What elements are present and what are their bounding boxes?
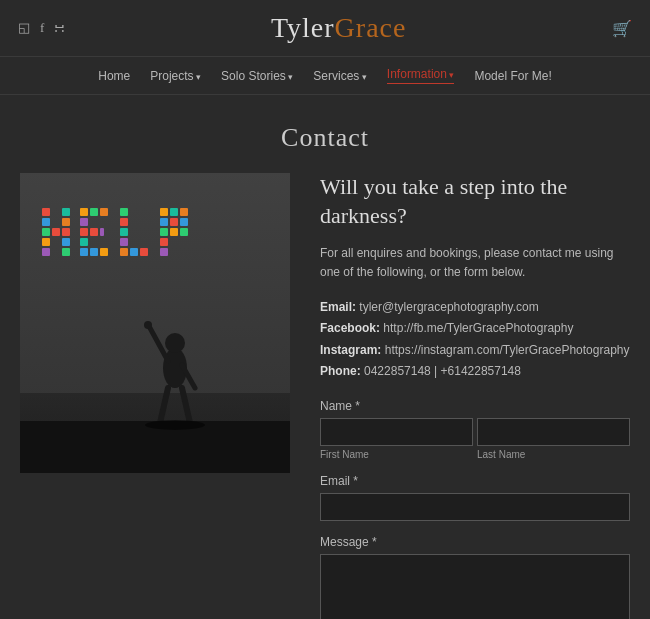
svg-rect-27 (120, 228, 128, 236)
svg-rect-30 (130, 248, 138, 256)
contact-image-section (20, 173, 290, 473)
instagram-value: https://instagram.com/TylerGracePhotogra… (385, 343, 630, 357)
svg-rect-18 (80, 248, 88, 256)
svg-rect-50 (20, 421, 290, 473)
svg-rect-8 (52, 228, 60, 236)
form-section: Will you take a step into the darkness? … (320, 173, 630, 619)
nav-item-home[interactable]: Home (98, 69, 130, 83)
name-form-group: Name * First Name Last Name (320, 399, 630, 460)
email-label: Email: (320, 300, 356, 314)
facebook-icon[interactable]: f (40, 20, 44, 36)
svg-rect-4 (42, 218, 50, 226)
first-name-sub: First Name (320, 449, 473, 460)
first-name-input[interactable] (320, 418, 473, 446)
main-nav: Home Projects Solo Stories Services Info… (0, 57, 650, 95)
message-label: Message * (320, 535, 630, 549)
svg-rect-6 (42, 238, 50, 246)
social-icons: ◱ f ∺ (18, 20, 65, 36)
svg-rect-41 (170, 228, 178, 236)
svg-rect-24 (100, 248, 108, 256)
svg-rect-25 (120, 208, 128, 216)
svg-rect-29 (120, 248, 128, 256)
contact-info: Email: tyler@tylergracephotography.com F… (320, 297, 630, 383)
form-headline: Will you take a step into the darkness? (320, 173, 630, 230)
message-input[interactable] (320, 554, 630, 619)
share-icon[interactable]: ∺ (54, 20, 65, 36)
contact-phone: Phone: 0422857148 | +61422857148 (320, 361, 630, 383)
page-title: Contact (0, 123, 650, 153)
phone-label: Phone: (320, 364, 361, 378)
facebook-label: Facebook: (320, 321, 380, 335)
svg-point-46 (144, 321, 152, 329)
svg-rect-36 (160, 248, 168, 256)
last-name-input[interactable] (477, 418, 630, 446)
svg-rect-7 (42, 248, 50, 256)
svg-rect-15 (80, 218, 88, 226)
svg-rect-16 (80, 228, 88, 236)
svg-rect-11 (62, 228, 70, 236)
site-title-normal: Tyler (271, 12, 335, 43)
svg-rect-32 (160, 208, 168, 216)
page-title-section: Contact (0, 95, 650, 173)
svg-rect-39 (170, 218, 178, 226)
svg-rect-33 (160, 218, 168, 226)
svg-rect-12 (62, 238, 70, 246)
svg-rect-22 (100, 228, 104, 236)
svg-rect-19 (90, 208, 98, 216)
svg-rect-13 (62, 248, 70, 256)
svg-rect-28 (120, 238, 128, 246)
svg-rect-10 (62, 218, 70, 226)
instagram-icon[interactable]: ◱ (18, 20, 30, 36)
svg-rect-40 (180, 218, 188, 226)
first-name-wrap: First Name (320, 418, 473, 460)
nav-item-information[interactable]: Information (387, 67, 455, 84)
svg-rect-31 (140, 248, 148, 256)
email-value: tyler@tylergracephotography.com (359, 300, 538, 314)
email-field-label: Email * (320, 474, 630, 488)
svg-point-51 (145, 420, 205, 430)
email-input[interactable] (320, 493, 630, 521)
phone-value: 0422857148 | +61422857148 (364, 364, 521, 378)
site-title-accent: Grace (335, 12, 407, 43)
site-header: ◱ f ∺ TylerGrace 🛒 (0, 0, 650, 57)
last-name-wrap: Last Name (477, 418, 630, 460)
svg-rect-23 (90, 248, 98, 256)
svg-rect-20 (100, 208, 108, 216)
form-description: For all enquires and bookings, please co… (320, 244, 630, 282)
site-title: TylerGrace (271, 12, 407, 44)
svg-rect-37 (170, 208, 178, 216)
svg-rect-34 (160, 228, 168, 236)
instagram-label: Instagram: (320, 343, 381, 357)
nav-item-solo-stories[interactable]: Solo Stories (221, 69, 293, 83)
name-fields: First Name Last Name (320, 418, 630, 460)
main-content: Will you take a step into the darkness? … (0, 173, 650, 619)
contact-email: Email: tyler@tylergracephotography.com (320, 297, 630, 319)
svg-rect-26 (120, 218, 128, 226)
nav-item-projects[interactable]: Projects (150, 69, 201, 83)
svg-rect-5 (42, 228, 50, 236)
contact-instagram: Instagram: https://instagram.com/TylerGr… (320, 340, 630, 362)
svg-rect-42 (180, 228, 188, 236)
svg-point-44 (165, 333, 185, 353)
svg-rect-38 (180, 208, 188, 216)
contact-facebook: Facebook: http://fb.me/TylerGracePhotogr… (320, 318, 630, 340)
svg-rect-14 (80, 208, 88, 216)
message-form-group: Message * (320, 535, 630, 619)
nav-item-services[interactable]: Services (313, 69, 367, 83)
svg-rect-9 (62, 208, 70, 216)
cart-icon[interactable]: 🛒 (612, 19, 632, 38)
nav-item-model[interactable]: Model For Me! (474, 69, 551, 83)
svg-rect-21 (90, 228, 98, 236)
svg-rect-17 (80, 238, 88, 246)
last-name-sub: Last Name (477, 449, 630, 460)
svg-rect-3 (42, 208, 50, 216)
contact-image (20, 173, 290, 473)
svg-rect-35 (160, 238, 168, 246)
name-label: Name * (320, 399, 630, 413)
facebook-value: http://fb.me/TylerGracePhotography (383, 321, 573, 335)
email-form-group: Email * (320, 474, 630, 521)
